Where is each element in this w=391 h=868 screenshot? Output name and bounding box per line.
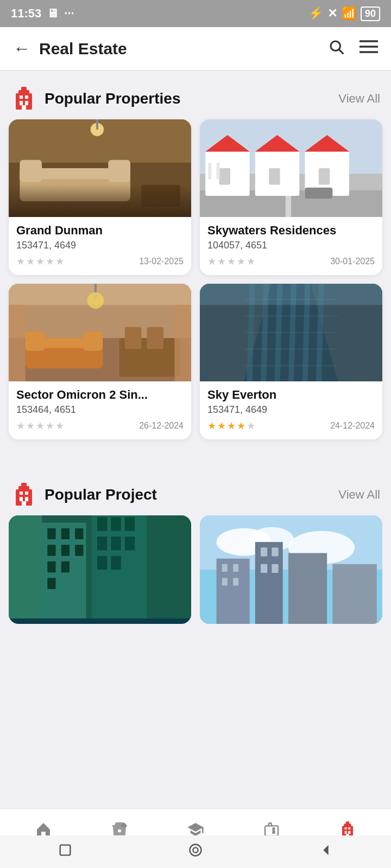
svg-rect-18 bbox=[108, 160, 130, 182]
popular-project-title: Popular Project bbox=[45, 486, 157, 503]
svg-rect-125 bbox=[348, 827, 350, 829]
svg-rect-103 bbox=[288, 553, 327, 624]
property-image-skywaters bbox=[200, 119, 382, 217]
svg-rect-87 bbox=[97, 517, 107, 531]
svg-rect-95 bbox=[9, 515, 42, 618]
svg-rect-89 bbox=[125, 517, 135, 531]
svg-rect-107 bbox=[222, 578, 228, 585]
svg-rect-106 bbox=[233, 564, 238, 572]
property-stars-sector-omicron: ★ ★ ★ ★ ★ bbox=[16, 420, 64, 432]
svg-line-1 bbox=[339, 50, 343, 54]
svg-point-129 bbox=[193, 847, 198, 852]
project-images-row bbox=[0, 515, 391, 629]
svg-rect-81 bbox=[47, 545, 55, 556]
svg-rect-7 bbox=[21, 87, 27, 92]
property-name-sector-omicron: Sector Omicron 2 Sin... bbox=[16, 388, 184, 402]
svg-rect-19 bbox=[141, 185, 180, 207]
svg-rect-109 bbox=[261, 547, 267, 556]
search-button[interactable] bbox=[328, 39, 344, 59]
close-icon: ✕ bbox=[327, 7, 337, 21]
android-back-button[interactable] bbox=[318, 843, 333, 861]
svg-rect-104 bbox=[332, 564, 376, 624]
property-image-grand-dunman bbox=[9, 119, 191, 217]
svg-rect-51 bbox=[174, 305, 191, 381]
property-date-grand-dunman: 13-02-2025 bbox=[139, 257, 184, 266]
property-card-sector-omicron[interactable]: Sector Omicron 2 Sin... 153464, 4651 ★ ★… bbox=[9, 284, 191, 439]
svg-rect-66 bbox=[200, 284, 382, 305]
svg-rect-37 bbox=[305, 188, 332, 199]
search-icon bbox=[328, 39, 344, 55]
svg-rect-110 bbox=[272, 547, 278, 556]
android-circle-button[interactable] bbox=[188, 843, 203, 861]
svg-rect-91 bbox=[111, 537, 121, 550]
svg-point-117 bbox=[272, 827, 275, 830]
property-id-skywaters: 104057, 4651 bbox=[207, 240, 375, 251]
svg-rect-30 bbox=[217, 163, 220, 180]
svg-rect-83 bbox=[75, 545, 83, 556]
property-name-sky-everton: Sky Everton bbox=[207, 388, 375, 402]
svg-rect-33 bbox=[269, 168, 280, 185]
svg-rect-88 bbox=[111, 517, 121, 531]
svg-rect-102 bbox=[255, 542, 283, 624]
svg-rect-21 bbox=[96, 119, 98, 130]
svg-rect-70 bbox=[20, 497, 23, 501]
svg-rect-92 bbox=[125, 537, 135, 550]
property-info-grand-dunman: Grand Dunman 153471, 4649 ★ ★ ★ ★ ★ 13-0… bbox=[9, 217, 191, 275]
property-name-skywaters: Skywaters Residences bbox=[207, 224, 375, 238]
svg-rect-50 bbox=[9, 305, 26, 381]
property-id-sky-everton: 153471, 4649 bbox=[207, 404, 375, 416]
svg-rect-28 bbox=[219, 168, 230, 185]
svg-point-128 bbox=[190, 844, 201, 856]
project-card-2[interactable] bbox=[200, 515, 382, 624]
view-all-projects[interactable]: View All bbox=[338, 488, 380, 502]
svg-rect-127 bbox=[60, 845, 71, 855]
menu-button[interactable] bbox=[360, 39, 378, 59]
svg-rect-72 bbox=[20, 492, 23, 495]
property-date-skywaters: 30-01-2025 bbox=[330, 257, 375, 266]
svg-point-42 bbox=[87, 292, 104, 309]
svg-rect-94 bbox=[111, 556, 121, 570]
property-card-sky-everton[interactable]: Sky Everton 153471, 4649 ★ ★ ★ ★ ★ 24-12… bbox=[200, 284, 382, 439]
property-name-grand-dunman: Grand Dunman bbox=[16, 224, 184, 238]
svg-rect-84 bbox=[47, 561, 55, 572]
svg-rect-123 bbox=[348, 831, 350, 834]
popular-properties-title: Popular Properties bbox=[45, 90, 181, 107]
svg-rect-79 bbox=[61, 528, 70, 539]
svg-rect-69 bbox=[21, 483, 27, 488]
menu-icon bbox=[360, 39, 378, 55]
svg-rect-9 bbox=[25, 101, 28, 105]
back-button[interactable]: ← bbox=[13, 39, 30, 59]
svg-rect-82 bbox=[61, 545, 70, 556]
svg-rect-121 bbox=[346, 821, 350, 825]
property-id-grand-dunman: 153471, 4649 bbox=[16, 240, 184, 251]
svg-rect-122 bbox=[345, 831, 347, 834]
property-card-grand-dunman[interactable]: Grand Dunman 153471, 4649 ★ ★ ★ ★ ★ 13-0… bbox=[9, 119, 191, 275]
wifi-icon: 📶 bbox=[342, 7, 356, 21]
battery-indicator: 90 bbox=[361, 7, 380, 21]
status-time: 11:53 bbox=[11, 7, 41, 21]
svg-rect-85 bbox=[61, 561, 70, 572]
property-stars-grand-dunman: ★ ★ ★ ★ ★ bbox=[16, 256, 64, 267]
svg-rect-29 bbox=[208, 163, 211, 180]
android-square-button[interactable] bbox=[58, 843, 73, 861]
status-notification-icon: 🖥 bbox=[47, 7, 59, 21]
svg-rect-78 bbox=[47, 528, 55, 539]
status-bar: 11:53 🖥 ··· ⚡ ✕ 📶 90 bbox=[0, 0, 391, 27]
svg-rect-101 bbox=[217, 559, 250, 624]
android-nav-bar bbox=[0, 835, 391, 868]
property-card-skywaters[interactable]: Skywaters Residences 104057, 4651 ★ ★ ★ … bbox=[200, 119, 382, 275]
svg-rect-48 bbox=[125, 327, 142, 349]
project-image-1 bbox=[9, 515, 191, 624]
project-card-1[interactable] bbox=[9, 515, 191, 624]
property-date-sector-omicron: 26-12-2024 bbox=[139, 421, 184, 431]
building-icon bbox=[11, 86, 37, 112]
property-info-sector-omicron: Sector Omicron 2 Sin... 153464, 4651 ★ ★… bbox=[9, 381, 191, 439]
svg-rect-118 bbox=[272, 830, 275, 834]
svg-rect-49 bbox=[147, 327, 164, 349]
svg-rect-86 bbox=[47, 578, 55, 589]
svg-rect-93 bbox=[97, 556, 107, 570]
bluetooth-icon: ⚡ bbox=[308, 7, 323, 21]
view-all-properties[interactable]: View All bbox=[338, 92, 380, 106]
svg-rect-108 bbox=[233, 578, 238, 585]
svg-rect-45 bbox=[26, 331, 45, 351]
